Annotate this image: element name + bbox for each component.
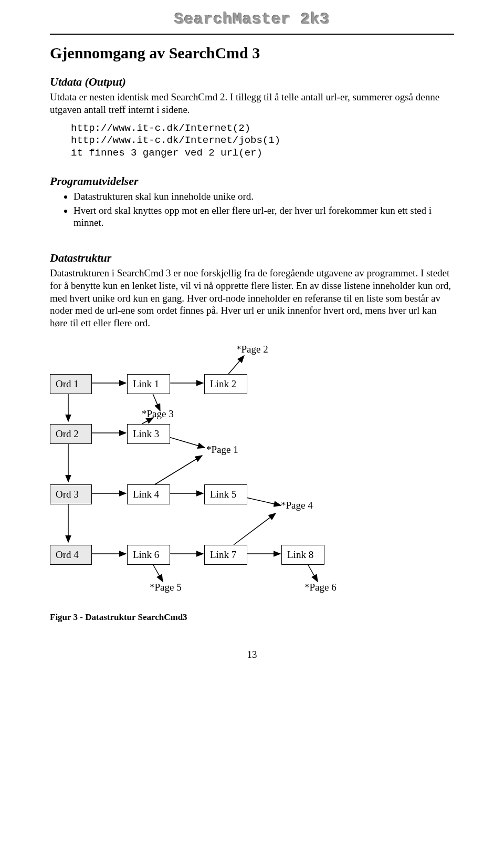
- svg-line-15: [169, 437, 205, 448]
- diagram-arrows: [50, 345, 454, 608]
- node-link6: Link 6: [127, 545, 170, 565]
- node-ord3: Ord 3: [50, 484, 92, 504]
- page-number: 13: [50, 649, 454, 660]
- node-ord2: Ord 2: [50, 424, 92, 444]
- node-link8: Link 8: [281, 545, 324, 565]
- svg-line-16: [155, 456, 202, 484]
- page-ref-4: *Page 4: [281, 500, 313, 511]
- svg-line-17: [246, 498, 281, 505]
- node-link4: Link 4: [127, 484, 170, 504]
- svg-line-18: [152, 563, 163, 582]
- section-title: Gjennomgang av SearchCmd 3: [50, 44, 454, 62]
- node-link2: Link 2: [204, 374, 247, 394]
- svg-line-20: [307, 563, 318, 582]
- utdata-code: http://www.it-c.dk/Internet(2) http://ww…: [71, 122, 454, 160]
- page-ref-3: *Page 3: [142, 408, 174, 420]
- utdata-heading: Utdata (Output): [50, 75, 454, 89]
- svg-line-13: [228, 356, 244, 374]
- header-rule: [50, 34, 454, 35]
- page-ref-2: *Page 2: [236, 344, 268, 355]
- page-ref-5: *Page 5: [150, 582, 182, 593]
- datastruktur-diagram: *Page 2 *Page 3 *Page 1 *Page 4 *Page 5 …: [50, 345, 454, 608]
- figure-caption: Figur 3 - Datastruktur SearchCmd3: [50, 612, 454, 623]
- app-title: SearchMaster 2k3: [50, 11, 454, 28]
- programutvidelser-list: Datastrukturen skal kun inneholde unike …: [74, 190, 454, 229]
- page-ref-1: *Page 1: [206, 444, 238, 456]
- node-link3: Link 3: [127, 424, 170, 444]
- datastruktur-body: Datastrukturen i SearchCmd 3 er noe fors…: [50, 267, 454, 329]
- datastruktur-heading: Datastruktur: [50, 251, 454, 265]
- bullet-item: Hvert ord skal knyttes opp mot en eller …: [74, 204, 454, 230]
- node-link1: Link 1: [127, 374, 170, 394]
- page-ref-6: *Page 6: [304, 582, 337, 593]
- node-link5: Link 5: [204, 484, 247, 504]
- utdata-body: Utdata er nesten identisk med SearchCmd …: [50, 91, 454, 116]
- node-link7: Link 7: [204, 545, 247, 565]
- svg-line-19: [234, 513, 276, 545]
- programutvidelser-heading: Programutvidelser: [50, 174, 454, 188]
- node-ord1: Ord 1: [50, 374, 92, 394]
- node-ord4: Ord 4: [50, 545, 92, 565]
- bullet-item: Datastrukturen skal kun inneholde unike …: [74, 190, 454, 203]
